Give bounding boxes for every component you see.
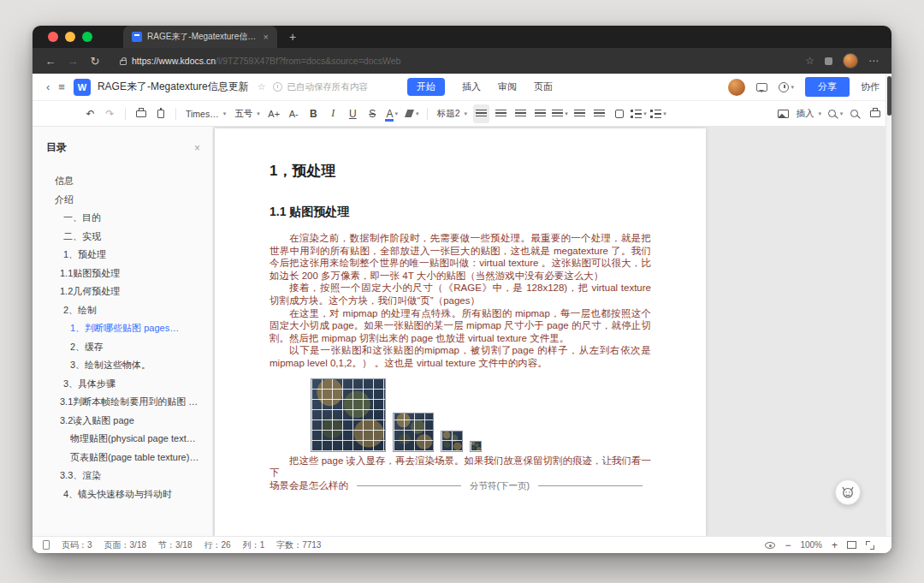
tab-home[interactable]: 开始	[407, 78, 445, 96]
strikethrough-button[interactable]: S	[364, 104, 381, 123]
tab-close-icon[interactable]: ×	[264, 33, 269, 42]
toc-item[interactable]: 信息	[46, 172, 200, 191]
document-canvas[interactable]: 1，预处理 1.1 贴图预处理 在渲染之前，数据制作阶段时，先需要做一些预处理。…	[213, 127, 891, 536]
comment-icon[interactable]	[756, 83, 767, 92]
fit-page-icon[interactable]	[847, 541, 856, 549]
toc-item[interactable]: 1、预处理	[46, 246, 200, 265]
toc-item[interactable]: 2、缓存	[46, 338, 200, 357]
toc-item[interactable]: 页表贴图(page table texture)…	[46, 449, 200, 467]
extensions-icon[interactable]	[825, 57, 832, 65]
more-tools-button[interactable]	[867, 104, 883, 123]
align-right-icon	[515, 110, 526, 118]
reload-icon[interactable]: ↻	[84, 55, 106, 68]
toc-item-active[interactable]: 1、判断哪些贴图 pages…	[46, 319, 200, 338]
insert-object-button[interactable]: 插入▾	[775, 108, 824, 120]
bookmark-star-icon[interactable]: ☆	[805, 55, 814, 67]
toc-item[interactable]: 1.1贴图预处理	[46, 265, 200, 283]
tab-page[interactable]: 页面	[534, 80, 553, 93]
kdocs-favicon-icon	[132, 32, 142, 42]
indent-decrease-button[interactable]	[572, 104, 588, 123]
style-select[interactable]: 标题2▾	[435, 108, 470, 120]
toc-item[interactable]: 4、镜头快速移动与抖动时	[46, 485, 200, 504]
toc-item[interactable]: 一、目的	[46, 209, 200, 228]
format-painter-button[interactable]	[152, 104, 169, 123]
browser-menu-icon[interactable]: ⋯	[868, 55, 880, 67]
align-center-button[interactable]	[493, 104, 509, 123]
doc-menu-icon[interactable]: ≡	[58, 80, 65, 93]
font-size-select[interactable]: 五号▾	[232, 108, 263, 120]
maximize-window-button[interactable]	[82, 32, 92, 42]
line-spacing-button[interactable]: ▾	[552, 104, 568, 123]
toc-item[interactable]: 介绍	[46, 191, 200, 210]
toc-item[interactable]: 物理贴图(physical page textu…	[46, 430, 200, 449]
forward-icon[interactable]: →	[62, 55, 84, 68]
undo-button[interactable]: ↶	[82, 104, 98, 123]
highlight-button[interactable]: ▾	[404, 104, 420, 123]
tab-insert[interactable]: 插入	[462, 80, 481, 93]
toc-item[interactable]: 3、具体步骤	[46, 375, 200, 394]
status-line: 行：26	[204, 539, 231, 551]
toc-close-icon[interactable]: ×	[194, 142, 200, 154]
indent-increase-button[interactable]	[591, 104, 607, 123]
mipmap-level2-image[interactable]	[441, 431, 463, 452]
fullscreen-icon[interactable]	[866, 541, 874, 550]
find-replace-button[interactable]: ▾	[827, 104, 844, 123]
doc-back-icon[interactable]: ‹	[46, 80, 50, 93]
new-tab-button[interactable]: +	[289, 30, 296, 44]
toc-item[interactable]: 2、绘制	[46, 301, 200, 320]
toc-item[interactable]: 3.1判断本帧绘制要用到的贴图 page	[46, 393, 200, 412]
zoom-level[interactable]: 100%	[800, 540, 822, 550]
bold-button[interactable]: B	[305, 104, 322, 123]
mipmap-image-row	[311, 378, 651, 452]
history-button[interactable]: ▾	[779, 82, 794, 92]
numbered-list-button[interactable]: ▾	[650, 104, 666, 123]
tab-review[interactable]: 审阅	[498, 80, 517, 93]
collaborate-button[interactable]: 协作	[861, 80, 880, 93]
wps-logo-icon[interactable]: W	[74, 79, 91, 96]
vertical-scrollbar[interactable]	[886, 74, 891, 536]
zoom-out-button[interactable]: −	[785, 539, 791, 551]
status-section: 节：3/18	[158, 539, 192, 551]
toc-item[interactable]: 3.3、渲染	[46, 467, 200, 485]
mipmap-level3-image[interactable]	[470, 441, 482, 452]
align-right-button[interactable]	[512, 104, 529, 123]
print-button[interactable]	[133, 104, 149, 123]
autosave-status: 已自动保存所有内容	[287, 81, 369, 93]
increase-font-button[interactable]: A+	[266, 104, 282, 123]
browser-profile-avatar[interactable]	[843, 53, 858, 68]
zoom-tool-button[interactable]	[847, 104, 863, 123]
font-family-select[interactable]: Times…▾	[183, 109, 228, 119]
decrease-font-button[interactable]: A-	[286, 104, 302, 123]
font-color-button[interactable]: A▾	[384, 104, 400, 123]
italic-button[interactable]: I	[325, 104, 341, 123]
mipmap-level0-image[interactable]	[311, 378, 386, 452]
mipmap-level1-image[interactable]	[393, 413, 434, 452]
bullet-list-button[interactable]: ▾	[631, 104, 647, 123]
task-list-button[interactable]	[611, 104, 627, 123]
favorite-star-icon[interactable]: ☆	[258, 81, 266, 92]
scrollbar-thumb[interactable]	[887, 76, 891, 116]
toc-item[interactable]: 3.2读入贴图 page	[46, 412, 200, 431]
url-field[interactable]: https://www.kdocs.cn/l/9TZ759X47Bf?from=…	[132, 56, 793, 66]
toc-item[interactable]: 二、实现	[46, 228, 200, 247]
zoom-in-button[interactable]: +	[832, 539, 838, 551]
close-window-button[interactable]	[48, 32, 58, 42]
browser-tab[interactable]: RAGE来了-Megatexture信息更… ×	[123, 26, 277, 48]
toc-item[interactable]: 3、绘制这些物体。	[46, 356, 200, 375]
underline-button[interactable]: U	[345, 104, 361, 123]
share-button[interactable]: 分享	[805, 77, 850, 97]
back-icon[interactable]: ←	[39, 55, 62, 68]
align-justify-button[interactable]	[532, 104, 548, 123]
font-color-icon: A	[386, 109, 393, 119]
align-left-button[interactable]	[473, 104, 489, 123]
paragraph: 以下是一张贴图和这张贴图的mipmap，被切割了page 的样子，从左到右依次是…	[270, 344, 651, 369]
toc-item[interactable]: 1.2几何预处理	[46, 283, 200, 301]
eye-protection-icon[interactable]	[765, 542, 775, 549]
assistant-float-button[interactable]	[835, 479, 861, 505]
indent-increase-icon	[594, 110, 605, 118]
redo-button[interactable]: ↷	[102, 104, 118, 123]
document-page[interactable]: 1，预处理 1.1 贴图预处理 在渲染之前，数据制作阶段时，先需要做一些预处理。…	[215, 128, 706, 536]
minimize-window-button[interactable]	[65, 32, 75, 42]
user-avatar[interactable]	[728, 79, 745, 96]
browser-titlebar: RAGE来了-Megatexture信息更… × +	[33, 26, 891, 48]
